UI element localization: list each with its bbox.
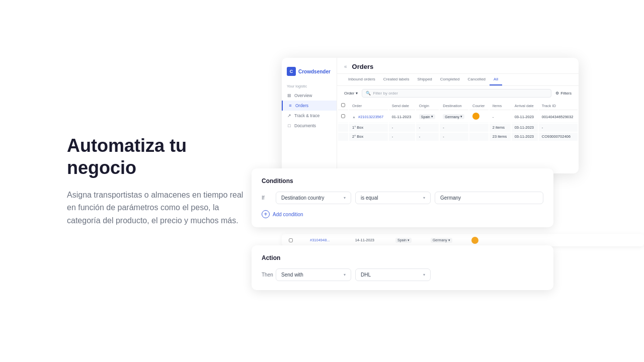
table-row: 1° Box - - - 2 items 03-11-2023 -	[338, 124, 578, 132]
sidebar-item-orders-label: Orders	[295, 103, 308, 108]
row-send-date: 01-11-2023	[389, 111, 415, 123]
conditions-card: Conditions If Destination country ▾ is e…	[252, 168, 553, 227]
sidebar-logo: C Crowdsender	[282, 64, 337, 81]
sub-text: Asigna transportistas o almacenes en tie…	[67, 189, 248, 227]
filters-label: Filters	[560, 91, 572, 96]
then-label: Then	[262, 272, 272, 278]
col-courier: Courier	[469, 102, 489, 110]
bg-row-date: 14-11-2023	[355, 238, 374, 242]
courier-badge	[472, 113, 479, 120]
row-track-id: 001404346529032	[539, 111, 578, 123]
order-filter-chevron: ▾	[356, 91, 358, 96]
sidebar-item-track-label: Track & trace	[294, 113, 319, 118]
bg-row-origin: Spain ▾	[395, 238, 412, 243]
select-all-checkbox[interactable]	[341, 103, 345, 107]
sidebar-item-documents[interactable]: □ Documents	[282, 121, 337, 131]
row-destination: Germany ▾	[440, 111, 468, 123]
condition-field-chevron: ▾	[344, 196, 346, 200]
tab-shipped[interactable]: Shipped	[413, 74, 436, 85]
add-condition-label: Add condition	[273, 212, 303, 217]
order-filter-button[interactable]: Order ▾	[344, 91, 358, 96]
conditions-title: Conditions	[262, 177, 543, 185]
row-checkbox[interactable]	[338, 111, 348, 123]
table-row: 2° Box - - - 23 items 03-11-2023 CO93000…	[338, 133, 578, 141]
destination-chevron: ▾	[460, 115, 462, 119]
tab-completed[interactable]: Completed	[436, 74, 464, 85]
filter-icon: ⚙	[555, 91, 559, 96]
row-order: ▲ #21013223567	[349, 111, 388, 123]
action-title: Action	[262, 254, 543, 261]
search-box[interactable]: 🔍 Filter by order	[362, 89, 551, 98]
tab-all[interactable]: All	[490, 74, 502, 85]
sidebar-section-label: Your logistic	[282, 81, 337, 90]
sidebar-item-orders[interactable]: ≡ Orders	[282, 101, 337, 111]
main-content: « Orders Inbound orders Created labels S…	[337, 58, 579, 173]
bg-row-destination: Germany ▾	[431, 238, 452, 243]
search-placeholder: Filter by order	[373, 91, 397, 96]
left-section: Automatiza tu negocio Asigna transportis…	[0, 135, 252, 227]
track-icon: ↗	[287, 113, 292, 118]
collapse-button[interactable]: «	[344, 64, 347, 69]
order-number: #21013223567	[358, 115, 383, 119]
tab-inbound-orders[interactable]: Inbound orders	[344, 74, 379, 85]
condition-value-text: Germany	[440, 195, 461, 201]
condition-operator-select[interactable]: is equal ▾	[355, 192, 431, 204]
col-order: Order	[349, 102, 388, 110]
tab-cancelled[interactable]: Cancelled	[463, 74, 490, 85]
if-label: If	[262, 195, 272, 201]
filters-button[interactable]: ⚙ Filters	[555, 91, 572, 96]
origin-country: Spain	[421, 115, 430, 119]
condition-operator-value: is equal	[361, 195, 378, 201]
row-items-1: 2 items	[490, 124, 511, 132]
sidebar-item-overview-label: Overview	[294, 93, 312, 98]
bg-orders-row: #3104948... 14-11-2023 Spain ▾ Germany ▾	[282, 234, 644, 246]
orders-icon: ≡	[288, 103, 293, 108]
expand-icon[interactable]: ▲	[352, 115, 356, 119]
documents-icon: □	[287, 123, 292, 128]
col-destination: Destination	[440, 102, 468, 110]
action-field-select[interactable]: Send with ▾	[276, 268, 351, 281]
action-card: Action Then Send with ▾ DHL ▾	[252, 245, 553, 290]
add-condition-icon: +	[262, 210, 270, 218]
condition-field-select[interactable]: Destination country ▾	[276, 192, 351, 204]
toolbar-row: Order ▾ 🔍 Filter by order ⚙ Filters	[337, 86, 579, 101]
bg-courier-dot	[471, 237, 478, 244]
destination-country: Germany	[445, 115, 459, 119]
tab-created-labels[interactable]: Created labels	[379, 74, 414, 85]
main-header: « Orders	[337, 58, 579, 74]
action-field-value: Send with	[281, 272, 303, 278]
action-value-select[interactable]: DHL ▾	[355, 268, 431, 281]
col-send-date: Send date	[389, 102, 415, 110]
condition-field-value: Destination country	[281, 195, 325, 201]
sidebar-item-track[interactable]: ↗ Track & trace	[282, 111, 337, 121]
orders-table: Order Send date Origin Destination Couri…	[337, 101, 579, 142]
row-box-2: 2° Box	[349, 133, 388, 141]
search-icon: 🔍	[366, 91, 371, 96]
bg-row-checkbox[interactable]	[289, 238, 293, 242]
action-row: Then Send with ▾ DHL ▾	[262, 268, 543, 281]
action-value-chevron: ▾	[423, 273, 425, 277]
sidebar-item-overview[interactable]: ⊞ Overview	[282, 90, 337, 101]
sidebar-item-documents-label: Documents	[294, 123, 316, 128]
tabs-row: Inbound orders Created labels Shipped Co…	[337, 74, 579, 86]
col-origin: Origin	[416, 102, 439, 110]
sidebar: C Crowdsender Your logistic ⊞ Overview ≡…	[282, 58, 337, 173]
page-title: Orders	[352, 63, 374, 70]
condition-value-field[interactable]: Germany	[435, 192, 543, 204]
table-row: ▲ #21013223567 01-11-2023 Spain ▾	[338, 111, 578, 123]
logo-text: Crowdsender	[298, 69, 331, 74]
destination-badge: Germany ▾	[443, 114, 464, 119]
main-heading: Automatiza tu negocio	[67, 135, 252, 178]
overview-icon: ⊞	[287, 93, 292, 98]
col-checkbox	[338, 102, 348, 110]
col-arrival-date: Arrival date	[512, 102, 538, 110]
row-origin: Spain ▾	[416, 111, 439, 123]
origin-chevron: ▾	[431, 115, 433, 119]
bg-row-order: #3104948...	[310, 238, 330, 242]
row-items: -	[490, 111, 511, 123]
right-section: C Crowdsender Your logistic ⊞ Overview ≡…	[252, 0, 644, 362]
condition-row: If Destination country ▾ is equal ▾ Germ…	[262, 192, 543, 204]
row-courier	[469, 111, 489, 123]
row-box-1: 1° Box	[349, 124, 388, 132]
add-condition-button[interactable]: + Add condition	[262, 210, 543, 218]
